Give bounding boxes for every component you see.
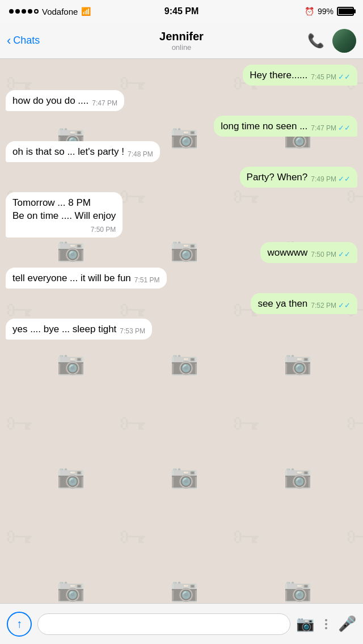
bubble-content: how do you do ....7:47 PM	[12, 95, 117, 108]
bubble-text: yes .... bye ... sleep tight	[12, 323, 116, 336]
bubble-text: Hey there......	[250, 69, 307, 82]
contact-status: online	[159, 43, 204, 52]
bubble-content: tell everyone ... it will be fun7:51 PM	[12, 272, 160, 285]
sent-bubble: Hey there......7:45 PM ✓✓	[243, 65, 357, 86]
message-row: oh is that so ... let's party !7:48 PM	[6, 141, 357, 162]
bubble-meta: 7:47 PM ✓✓	[311, 123, 351, 133]
phone-icon[interactable]: 📞	[307, 33, 324, 49]
nav-bar: ‹ Chats Jennifer online 📞	[0, 23, 363, 59]
dot-v3	[325, 627, 327, 629]
battery-percentage: 99%	[318, 7, 334, 16]
bubble-content: wowwww7:50 PM ✓✓	[267, 247, 351, 260]
bubble-meta: 7:50 PM ✓✓	[311, 249, 351, 260]
bubble-content: oh is that so ... let's party !7:48 PM	[12, 146, 153, 159]
received-bubble: yes .... bye ... sleep tight7:53 PM	[6, 319, 152, 340]
read-ticks: ✓✓	[338, 72, 351, 82]
read-ticks: ✓✓	[338, 300, 351, 311]
bubble-content: yes .... bye ... sleep tight7:53 PM	[12, 323, 145, 336]
back-label: Chats	[13, 35, 40, 46]
message-row: wowwww7:50 PM ✓✓	[6, 242, 357, 263]
signal-dots	[9, 9, 39, 14]
bubble-content: see ya then7:52 PM ✓✓	[258, 298, 351, 311]
sent-bubble: long time no seen ...7:47 PM ✓✓	[214, 116, 357, 137]
message-row: tell everyone ... it will be fun7:51 PM	[6, 268, 357, 289]
message-row: how do you do ....7:47 PM	[6, 90, 357, 111]
more-options-button[interactable]	[320, 612, 332, 637]
bubble-content: Hey there......7:45 PM ✓✓	[250, 69, 351, 82]
battery-icon	[337, 7, 354, 16]
toolbar: ↑ 📷 🎤	[0, 603, 363, 644]
dot4	[28, 9, 32, 14]
bubble-meta: 7:50 PM	[12, 225, 116, 234]
bubble-meta: 7:47 PM	[92, 99, 117, 108]
bubble-text: how do you do ....	[12, 95, 88, 108]
mic-icon[interactable]: 🎤	[338, 615, 356, 633]
dot-v2	[325, 623, 327, 625]
sent-bubble: see ya then7:52 PM ✓✓	[251, 293, 357, 314]
status-right: ⏰ 99%	[305, 7, 354, 16]
status-time: 9:45 PM	[164, 6, 199, 16]
bubble-meta: 7:51 PM	[134, 276, 160, 285]
nav-right: 📞	[307, 29, 356, 53]
bubble-meta: 7:52 PM ✓✓	[311, 300, 351, 311]
bubble-meta: 7:45 PM ✓✓	[311, 72, 351, 82]
dot2	[15, 9, 20, 14]
camera-icon[interactable]: 📷	[296, 615, 314, 633]
bubble-meta: 7:53 PM	[120, 327, 145, 336]
dot3	[22, 9, 26, 14]
bubble-text: oh is that so ... let's party !	[12, 146, 124, 159]
chevron-left-icon: ‹	[7, 35, 11, 47]
read-ticks: ✓✓	[338, 123, 351, 133]
bubble-text: Party? When?	[247, 171, 308, 184]
bubble-meta: 7:49 PM ✓✓	[311, 174, 351, 184]
received-bubble: oh is that so ... let's party !7:48 PM	[6, 141, 160, 162]
carrier-label: Vodafone	[42, 7, 78, 16]
battery-fill	[339, 9, 353, 14]
message-row: Hey there......7:45 PM ✓✓	[6, 65, 357, 86]
chat-area: Hey there......7:45 PM ✓✓how do you do .…	[0, 59, 363, 603]
back-button[interactable]: ‹ Chats	[7, 35, 40, 47]
status-left: Vodafone 📶	[9, 7, 91, 16]
alarm-icon: ⏰	[305, 7, 314, 16]
read-ticks: ✓✓	[338, 249, 351, 260]
received-bubble: tell everyone ... it will be fun7:51 PM	[6, 268, 167, 289]
message-input[interactable]	[37, 613, 290, 635]
dot-v1	[325, 619, 327, 621]
status-bar: Vodafone 📶 9:45 PM ⏰ 99%	[0, 0, 363, 23]
message-row: see ya then7:52 PM ✓✓	[6, 293, 357, 314]
dot5	[34, 9, 39, 14]
message-row: yes .... bye ... sleep tight7:53 PM	[6, 319, 357, 340]
sent-bubble: Party? When?7:49 PM ✓✓	[240, 167, 357, 188]
bubble-text: see ya then	[258, 298, 307, 311]
sent-bubble: wowwww7:50 PM ✓✓	[260, 242, 357, 263]
contact-name: Jennifer	[159, 30, 204, 43]
bubble-text: wowwww	[267, 247, 307, 260]
nav-center: Jennifer online	[159, 30, 204, 52]
wifi-icon: 📶	[81, 7, 91, 16]
received-bubble: how do you do ....7:47 PM	[6, 90, 124, 111]
bubble-content: long time no seen ...7:47 PM ✓✓	[221, 120, 351, 133]
message-row: Tomorrow ... 8 PMBe on time .... Will en…	[6, 192, 357, 238]
bubble-text: Tomorrow ... 8 PMBe on time .... Will en…	[12, 197, 116, 223]
bubble-text: tell everyone ... it will be fun	[12, 272, 131, 285]
bubble-content: Party? When?7:49 PM ✓✓	[247, 171, 351, 184]
avatar[interactable]	[332, 29, 356, 53]
read-ticks: ✓✓	[338, 174, 351, 184]
avatar-image	[332, 29, 356, 53]
received-bubble: Tomorrow ... 8 PMBe on time .... Will en…	[6, 192, 123, 238]
dot1	[9, 9, 14, 14]
bubble-meta: 7:48 PM	[128, 150, 153, 159]
message-row: Party? When?7:49 PM ✓✓	[6, 167, 357, 188]
message-row: long time no seen ...7:47 PM ✓✓	[6, 116, 357, 137]
send-up-button[interactable]: ↑	[7, 612, 32, 637]
bubble-text: long time no seen ...	[221, 120, 307, 133]
